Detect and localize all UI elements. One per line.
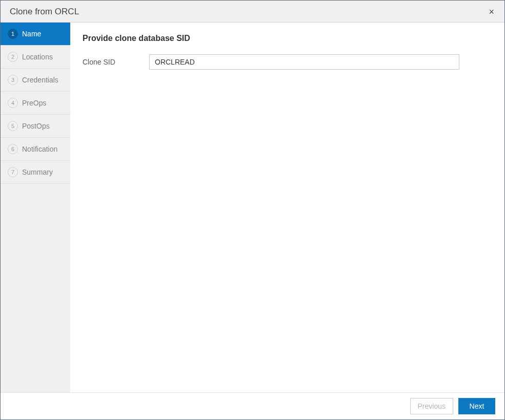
wizard-sidebar: 1 Name 2 Locations 3 Credentials 4 PreOp… [1,23,70,392]
clone-sid-row: Clone SID [83,54,492,70]
dialog-footer: Previous Next [1,392,504,419]
sidebar-item-label: PostOps [22,122,50,130]
sidebar-item-label: Locations [22,53,53,61]
step-number-badge: 5 [8,121,18,131]
sidebar-item-label: Summary [22,168,53,176]
dialog-header: Clone from ORCL × [1,1,504,23]
sidebar-item-label: Credentials [22,76,58,84]
sidebar-item-name[interactable]: 1 Name [1,23,70,46]
sidebar-item-label: PreOps [22,99,46,107]
wizard-content: Provide clone database SID Clone SID [70,23,504,392]
sidebar-item-notification[interactable]: 6 Notification [1,138,70,161]
dialog-body: 1 Name 2 Locations 3 Credentials 4 PreOp… [1,23,504,392]
sidebar-item-locations[interactable]: 2 Locations [1,46,70,69]
step-number-badge: 1 [8,29,18,39]
sidebar-item-postops[interactable]: 5 PostOps [1,115,70,138]
sidebar-item-label: Notification [22,145,57,153]
sidebar-item-preops[interactable]: 4 PreOps [1,92,70,115]
dialog-title: Clone from ORCL [10,7,79,17]
clone-dialog: Clone from ORCL × 1 Name 2 Locations 3 C… [0,0,505,420]
step-number-badge: 7 [8,167,18,177]
sidebar-item-label: Name [22,30,41,38]
clone-sid-input[interactable] [149,54,459,70]
step-number-badge: 3 [8,75,18,85]
close-button[interactable]: × [487,7,496,16]
clone-sid-label: Clone SID [83,58,149,66]
step-number-badge: 6 [8,144,18,154]
next-button[interactable]: Next [458,398,495,414]
step-number-badge: 2 [8,52,18,62]
content-heading: Provide clone database SID [83,34,492,43]
sidebar-item-summary[interactable]: 7 Summary [1,161,70,184]
sidebar-item-credentials[interactable]: 3 Credentials [1,69,70,92]
step-number-badge: 4 [8,98,18,108]
previous-button[interactable]: Previous [410,398,453,414]
